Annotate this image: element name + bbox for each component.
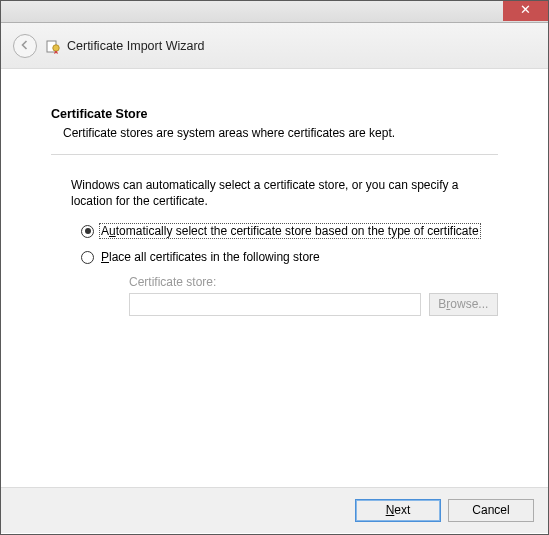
titlebar: ✕ bbox=[1, 1, 548, 23]
radio-auto-select[interactable]: Automatically select the certificate sto… bbox=[81, 223, 498, 239]
instruction-text: Windows can automatically select a certi… bbox=[71, 177, 498, 209]
section-title: Certificate Store bbox=[51, 107, 498, 121]
certificate-store-input bbox=[129, 293, 421, 316]
certificate-wizard-icon bbox=[45, 38, 61, 54]
divider bbox=[51, 154, 498, 155]
content-area: Certificate Store Certificate stores are… bbox=[1, 69, 548, 487]
svg-point-1 bbox=[53, 44, 59, 50]
cancel-button[interactable]: Cancel bbox=[448, 499, 534, 522]
wizard-title: Certificate Import Wizard bbox=[67, 39, 205, 53]
footer: Next Cancel bbox=[1, 487, 548, 533]
wizard-header: Certificate Import Wizard bbox=[1, 23, 548, 69]
next-button[interactable]: Next bbox=[355, 499, 441, 522]
close-icon: ✕ bbox=[520, 2, 531, 17]
radio-icon bbox=[81, 251, 94, 264]
back-button[interactable] bbox=[13, 34, 37, 58]
radio-place-store[interactable]: Place all certificates in the following … bbox=[81, 249, 498, 265]
radio-auto-label: Automatically select the certificate sto… bbox=[99, 223, 481, 239]
radio-icon bbox=[81, 225, 94, 238]
radio-group: Automatically select the certificate sto… bbox=[81, 223, 498, 316]
browse-button: Browse... bbox=[429, 293, 498, 316]
close-button[interactable]: ✕ bbox=[503, 1, 548, 21]
store-block: Certificate store: Browse... bbox=[129, 275, 498, 316]
arrow-left-icon bbox=[19, 38, 31, 54]
radio-place-label: Place all certificates in the following … bbox=[99, 249, 322, 265]
section-description: Certificate stores are system areas wher… bbox=[63, 126, 498, 140]
store-label: Certificate store: bbox=[129, 275, 498, 289]
